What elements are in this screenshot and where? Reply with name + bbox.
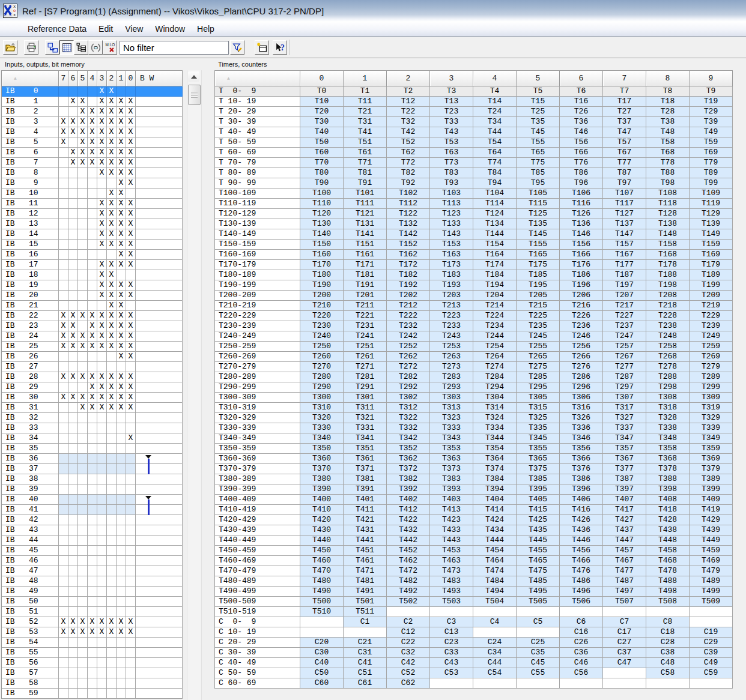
value-cell[interactable]: T108 [646, 189, 690, 199]
table-row[interactable]: T460-469T460T461T462T463T464T465T466T467… [215, 556, 733, 566]
bit-cell[interactable] [88, 464, 97, 474]
value-cell[interactable]: T397 [603, 484, 646, 495]
bit-cell[interactable] [97, 178, 107, 189]
value-cell[interactable]: T54 [473, 137, 517, 148]
value-cell[interactable]: T47 [603, 127, 646, 137]
value-cell[interactable]: T463 [430, 556, 473, 566]
bit-cell[interactable]: X [126, 433, 136, 444]
value-cell[interactable]: T402 [387, 495, 430, 505]
value-cell[interactable]: T57 [603, 137, 646, 148]
table-row[interactable]: T 10- 19T10T11T12T13T14T15T16T17T18T19 [215, 97, 733, 107]
bit-cell[interactable] [59, 658, 68, 668]
bit-cell[interactable] [59, 199, 68, 209]
value-cell[interactable]: T179 [690, 260, 733, 270]
value-cell[interactable]: T8 [646, 86, 690, 97]
row-label-cell[interactable]: C 20- 29 [215, 638, 300, 648]
value-cell[interactable]: T131 [344, 219, 387, 229]
table-row[interactable]: IB 7XXXXXXX [2, 158, 183, 168]
value-cell[interactable]: T505 [517, 597, 560, 607]
value-cell[interactable]: T160 [300, 250, 344, 260]
bit-cell[interactable]: X [107, 158, 117, 168]
byte-word-cell[interactable] [136, 648, 183, 658]
bit-cell[interactable] [88, 270, 97, 280]
bit-cell[interactable]: X [78, 627, 88, 638]
table-row[interactable]: IB 22XXXXXXXX [2, 311, 183, 321]
value-cell[interactable]: T218 [646, 301, 690, 311]
bit-cell[interactable] [68, 250, 78, 260]
value-cell[interactable]: T83 [430, 168, 473, 178]
value-cell[interactable]: T489 [690, 576, 733, 587]
table-row[interactable]: T150-159T150T151T152T153T154T155T156T157… [215, 240, 733, 250]
value-cell[interactable]: T234 [473, 321, 517, 331]
table-row[interactable]: T300-309T300T301T302T303T304T305T306T307… [215, 393, 733, 403]
value-cell[interactable]: T17 [603, 97, 646, 107]
byte-word-cell[interactable] [136, 362, 183, 372]
value-cell[interactable]: T391 [344, 484, 387, 495]
bit-cell[interactable] [59, 484, 68, 495]
table-row[interactable]: T120-129T120T121T122T123T124T125T126T127… [215, 209, 733, 219]
value-cell[interactable]: T97 [603, 178, 646, 189]
bit-cell[interactable]: X [78, 127, 88, 137]
bit-cell[interactable] [97, 648, 107, 658]
bit-cell[interactable]: X [68, 117, 78, 127]
value-cell[interactable] [430, 678, 473, 689]
bit-cell[interactable] [97, 464, 107, 474]
bit-cell[interactable]: X [88, 342, 97, 352]
value-cell[interactable]: T295 [517, 382, 560, 393]
value-cell[interactable]: T245 [517, 331, 560, 342]
table-row[interactable]: T410-419T410T411T412T413T414T415T416T417… [215, 505, 733, 515]
row-label-cell[interactable]: IB 25 [2, 342, 59, 352]
value-cell[interactable]: T56 [560, 137, 603, 148]
bit-cell[interactable] [78, 474, 88, 484]
value-cell[interactable]: T370 [300, 464, 344, 474]
value-cell[interactable]: T39 [690, 117, 733, 127]
bit-cell[interactable] [126, 587, 136, 597]
bit-cell[interactable] [88, 229, 97, 240]
value-cell[interactable]: T441 [344, 536, 387, 546]
bit-cell[interactable]: X [117, 97, 126, 107]
bit-cell[interactable] [107, 668, 117, 678]
bit-cell[interactable]: X [107, 260, 117, 270]
value-cell[interactable]: C41 [344, 658, 387, 668]
value-cell[interactable]: T425 [517, 515, 560, 525]
bit-cell[interactable]: X [117, 280, 126, 291]
bit-cell[interactable]: X [126, 148, 136, 158]
value-cell[interactable]: C39 [690, 648, 733, 658]
value-cell[interactable]: T318 [646, 403, 690, 413]
byte-word-cell[interactable] [136, 536, 183, 546]
byte-word-cell[interactable] [136, 607, 183, 617]
table-row[interactable]: IB 25XXXXXXXX [2, 342, 183, 352]
value-cell[interactable]: T275 [517, 362, 560, 372]
value-cell[interactable]: C31 [344, 648, 387, 658]
value-cell[interactable]: T271 [344, 362, 387, 372]
table-row[interactable]: T400-409T400T401T402T403T404T405T406T407… [215, 495, 733, 505]
bit-cell[interactable] [88, 189, 97, 199]
bit-cell[interactable]: X [107, 229, 117, 240]
table-row[interactable]: T 60- 69T60T61T62T63T64T65T66T67T68T69 [215, 148, 733, 158]
row-label-cell[interactable]: IB 56 [2, 658, 59, 668]
value-cell[interactable]: T66 [560, 148, 603, 158]
row-label-cell[interactable]: IB 13 [2, 219, 59, 229]
bit-cell[interactable] [117, 484, 126, 495]
bit-cell[interactable]: X [107, 148, 117, 158]
bit-cell[interactable] [107, 536, 117, 546]
value-cell[interactable]: T259 [690, 342, 733, 352]
value-cell[interactable]: T20 [300, 107, 344, 117]
bit-cell[interactable] [78, 454, 88, 464]
bit-cell[interactable] [97, 658, 107, 668]
value-cell[interactable]: T229 [690, 311, 733, 321]
row-label-cell[interactable]: IB 16 [2, 250, 59, 260]
value-cell[interactable]: T291 [344, 382, 387, 393]
value-cell[interactable]: T470 [300, 566, 344, 576]
value-cell[interactable]: C52 [387, 668, 430, 678]
value-cell[interactable]: C6 [560, 617, 603, 627]
bit-cell[interactable] [78, 678, 88, 689]
value-cell[interactable]: T111 [344, 199, 387, 209]
value-cell[interactable]: T342 [387, 433, 430, 444]
bit-cell[interactable] [117, 270, 126, 280]
value-cell[interactable]: T465 [517, 556, 560, 566]
value-cell[interactable]: T88 [646, 168, 690, 178]
value-cell[interactable]: T431 [344, 525, 387, 536]
bit-cell[interactable]: X [117, 250, 126, 260]
bit-cell[interactable]: X [97, 158, 107, 168]
